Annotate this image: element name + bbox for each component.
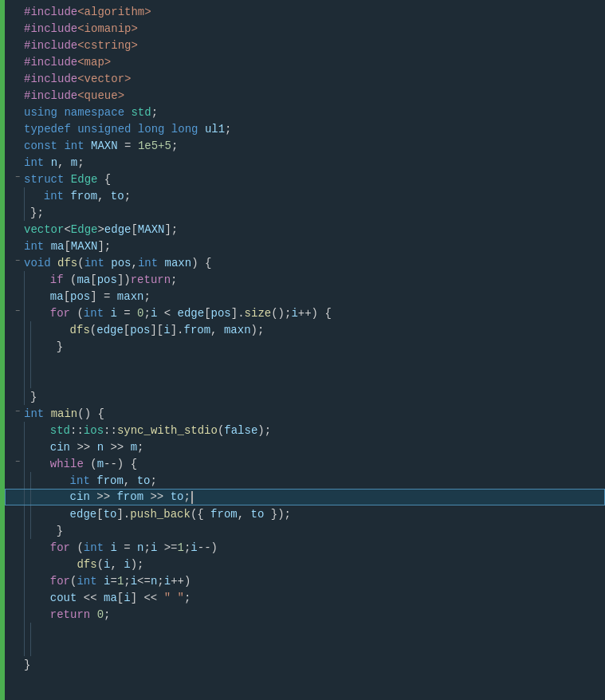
- indent-guide: [24, 204, 30, 221]
- fold-icon: [11, 39, 24, 52]
- code-line: [5, 355, 605, 372]
- line-content: int n, m;: [24, 156, 84, 169]
- fold-icon: [11, 558, 24, 571]
- fold-icon: [11, 424, 24, 437]
- fold-icon: [11, 123, 24, 136]
- line-content: using namespace std;: [24, 106, 158, 119]
- fold-icon[interactable]: −: [11, 307, 24, 320]
- fold-icon: [11, 89, 24, 102]
- line-content: }: [30, 391, 37, 403]
- line-content: edge[to].push_back({ from, to });: [43, 508, 291, 521]
- line-content: #include<map>: [24, 56, 111, 69]
- line-content: }: [43, 525, 63, 537]
- line-content: if (ma[pos])return;: [37, 273, 178, 286]
- line-content: typedef unsigned long long ul1;: [24, 123, 232, 136]
- line-content: dfs(edge[pos][i].from, maxn);: [43, 324, 264, 336]
- line-content: int from, to;: [30, 190, 131, 203]
- code-line: typedef unsigned long long ul1;: [5, 120, 605, 137]
- code-line: dfs(edge[pos][i].from, maxn);: [5, 321, 605, 338]
- fold-icon: [11, 324, 24, 336]
- indent-guide: [24, 321, 30, 338]
- code-line-highlighted: cin >> from >> to;: [5, 489, 605, 505]
- fold-icon: [11, 56, 24, 69]
- line-content: while (m--) {: [37, 458, 137, 470]
- code-line: cout << ma[i] << " ";: [5, 589, 605, 606]
- fold-icon: [11, 474, 24, 487]
- indent-guide: [24, 556, 30, 572]
- fold-icon: [11, 525, 24, 537]
- fold-icon[interactable]: −: [11, 458, 24, 470]
- line-content: for(int i=1;i<=n;i++): [37, 575, 191, 588]
- fold-icon: [11, 73, 24, 85]
- indent-guide: [30, 355, 37, 372]
- line-content: int from, to;: [43, 474, 157, 487]
- indent-guide: [24, 438, 30, 455]
- fold-icon: [11, 575, 24, 588]
- indent-guide: [30, 338, 37, 355]
- fold-icon: [11, 22, 24, 35]
- line-content: int ma[MAXN];: [24, 240, 111, 253]
- indent-guide: [30, 372, 37, 388]
- line-content: const int MAXN = 1e5+5;: [24, 140, 178, 152]
- fold-icon: [11, 6, 24, 18]
- fold-icon: [11, 156, 24, 169]
- fold-icon: [11, 441, 24, 454]
- indent-guide: [24, 623, 30, 639]
- code-line: for(int i=1;i<=n;i++): [5, 572, 605, 589]
- indent-guide: [24, 505, 30, 522]
- indent-guide: [24, 606, 30, 623]
- indent-guide: [24, 639, 30, 656]
- fold-icon: [11, 357, 24, 370]
- code-line: int from, to;: [5, 187, 605, 204]
- code-area[interactable]: #include<algorithm> #include<iomanip> #i…: [5, 0, 605, 700]
- fold-icon: [11, 625, 24, 638]
- code-line: #include<map>: [5, 53, 605, 70]
- fold-icon: [11, 642, 24, 655]
- cursor: [191, 491, 193, 504]
- fold-icon: [11, 391, 24, 403]
- code-line: }: [5, 522, 605, 539]
- indent-guide: [30, 321, 37, 338]
- code-line: #include<iomanip>: [5, 20, 605, 37]
- line-content: void dfs(int pos,int maxn) {: [24, 257, 211, 269]
- code-line: edge[to].push_back({ from, to });: [5, 505, 605, 522]
- indent-guide: [24, 338, 30, 355]
- line-content: #include<cstring>: [24, 39, 138, 52]
- fold-icon: [11, 140, 24, 152]
- fold-icon: [11, 608, 24, 621]
- indent-guide: [30, 505, 37, 522]
- code-line: [5, 372, 605, 388]
- indent-guide: [24, 372, 30, 388]
- code-line: if (ma[pos])return;: [5, 271, 605, 288]
- line-content: #include<algorithm>: [24, 6, 151, 18]
- code-line: for (int i = n;i >=1;i--): [5, 539, 605, 556]
- fold-icon: [11, 541, 24, 554]
- fold-icon: [11, 190, 24, 203]
- indent-guide: [24, 388, 30, 405]
- line-content: std::ios::sync_with_stdio(false);: [37, 424, 271, 437]
- code-line: dfs(i, i);: [5, 556, 605, 572]
- fold-icon: [11, 592, 24, 604]
- fold-icon: [11, 508, 24, 521]
- fold-icon: [11, 290, 24, 303]
- code-line: }: [5, 388, 605, 405]
- line-content: #include<vector>: [24, 73, 131, 85]
- code-line: std::ios::sync_with_stdio(false);: [5, 422, 605, 438]
- fold-icon[interactable]: −: [11, 407, 24, 420]
- indent-guide: [24, 539, 30, 556]
- code-line: [5, 623, 605, 639]
- line-content: struct Edge {: [24, 173, 111, 186]
- code-line: int from, to;: [5, 472, 605, 489]
- fold-icon[interactable]: −: [11, 173, 24, 186]
- code-line: }: [5, 656, 605, 673]
- code-line: [5, 639, 605, 656]
- fold-icon[interactable]: −: [11, 257, 24, 269]
- code-line: const int MAXN = 1e5+5;: [5, 137, 605, 154]
- code-line: − for (int i = 0;i < edge[pos].size();i+…: [5, 305, 605, 321]
- code-line: }: [5, 338, 605, 355]
- code-line: #include<algorithm>: [5, 3, 605, 20]
- code-line: ma[pos] = maxn;: [5, 288, 605, 305]
- line-content: cin >> from >> to;: [43, 490, 193, 503]
- indent-guide: [30, 522, 37, 539]
- line-content: }: [43, 340, 63, 353]
